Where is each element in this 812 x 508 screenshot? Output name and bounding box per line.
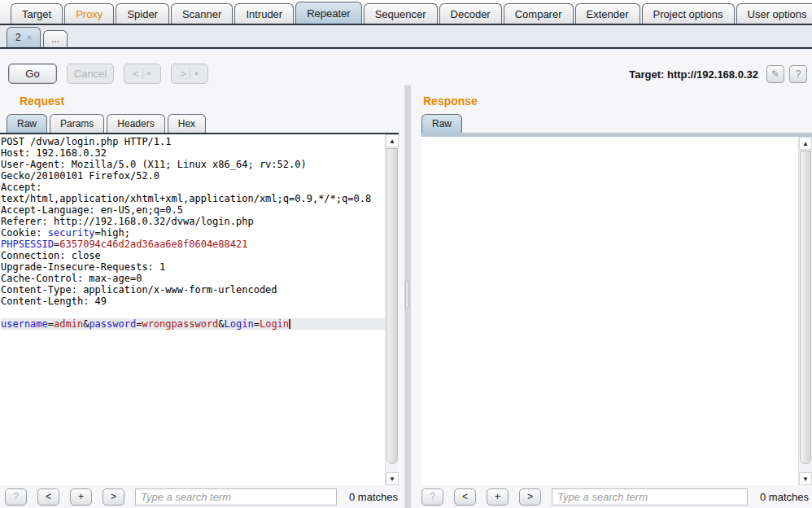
main-tab-target[interactable]: Target xyxy=(11,3,63,24)
request-tab-params[interactable]: Params xyxy=(50,114,104,133)
request-raw-text[interactable]: POST /dvwa/login.php HTTP/1.1Host: 192.1… xyxy=(0,134,385,485)
main-tab-scanner[interactable]: Scanner xyxy=(171,3,233,24)
main-tab-intruder[interactable]: Intruder xyxy=(234,3,294,24)
search-help-button[interactable]: ? xyxy=(421,488,443,506)
help-icon: ? xyxy=(796,68,801,80)
cancel-button[interactable]: Cancel xyxy=(67,64,114,84)
next-label: > xyxy=(180,68,186,80)
request-line: Connection: close xyxy=(1,250,385,261)
response-raw-text[interactable] xyxy=(421,137,798,485)
main-tab-user-options[interactable]: User options xyxy=(736,3,812,24)
prev-label: < xyxy=(133,68,139,80)
repeater-tab-bar: 2 × ... xyxy=(0,25,812,49)
divider xyxy=(190,69,190,79)
split-panes: Request RawParamsHeadersHex POST /dvwa/l… xyxy=(0,85,812,508)
search-next-button[interactable]: > xyxy=(103,488,124,506)
search-options-button[interactable]: + xyxy=(487,488,509,506)
main-tab-project-options[interactable]: Project options xyxy=(642,3,735,24)
request-line: Cache-Control: max-age=0 xyxy=(1,273,385,284)
pane-divider[interactable] xyxy=(404,85,411,508)
up-arrow-icon: ▲ xyxy=(802,140,809,147)
search-input[interactable] xyxy=(135,488,337,506)
match-count: 0 matches xyxy=(347,491,398,503)
request-line: Cookie: security=high; xyxy=(1,227,385,239)
chevron-down-icon: ▼ xyxy=(146,71,152,77)
main-tab-extender[interactable]: Extender xyxy=(575,3,640,24)
repeater-tab-2[interactable]: 2 × xyxy=(7,27,41,47)
response-search-bar: ? < + > 0 matches xyxy=(421,485,809,508)
down-arrow-icon: ▼ xyxy=(802,475,809,483)
scroll-down-button[interactable]: ▼ xyxy=(799,472,812,485)
request-search-bar: ? < + > 0 matches xyxy=(5,485,398,508)
request-line: Content-Length: 49 xyxy=(1,296,385,307)
main-tab-sequencer[interactable]: Sequencer xyxy=(364,3,438,24)
scroll-thumb[interactable] xyxy=(386,148,398,464)
text-caret xyxy=(289,319,290,329)
request-editor[interactable]: POST /dvwa/login.php HTTP/1.1Host: 192.1… xyxy=(0,133,399,485)
search-next-button[interactable]: > xyxy=(519,488,541,506)
request-view-tabs: RawParamsHeadersHex xyxy=(0,113,404,133)
main-tab-proxy[interactable]: Proxy xyxy=(64,3,114,24)
search-prev-button[interactable]: < xyxy=(454,488,476,506)
request-title: Request xyxy=(20,94,64,107)
repeater-toolbar: Go Cancel < ▼ > ▼ Target: http://192.168… xyxy=(0,49,812,85)
repeater-tab-overflow[interactable]: ... xyxy=(43,30,68,47)
repeater-tab-label: 2 xyxy=(15,32,21,43)
target-area: Target: http://192.168.0.32 ✎ ? xyxy=(629,65,807,83)
response-tab-raw[interactable]: Raw xyxy=(421,114,462,133)
divider xyxy=(142,69,143,79)
match-count: 0 matches xyxy=(758,491,809,503)
request-tab-raw[interactable]: Raw xyxy=(7,114,47,133)
response-view-tabs: Raw xyxy=(411,113,812,133)
request-line: Gecko/20100101 Firefox/52.0 xyxy=(1,170,385,182)
response-title: Response xyxy=(423,94,478,107)
burp-repeater-window: TargetProxySpiderScannerIntruderRepeater… xyxy=(0,0,812,508)
next-request-button[interactable]: > ▼ xyxy=(171,64,208,84)
down-arrow-icon: ▼ xyxy=(389,475,395,483)
scroll-down-button[interactable]: ▼ xyxy=(386,472,399,485)
search-options-button[interactable]: + xyxy=(70,488,92,506)
request-line: Accept-Language: en-US,en;q=0.5 xyxy=(1,204,385,216)
prev-request-button[interactable]: < ▼ xyxy=(124,64,161,84)
scroll-up-button[interactable]: ▲ xyxy=(799,137,812,150)
request-line: Upgrade-Insecure-Requests: 1 xyxy=(1,261,385,273)
request-line: User-Agent: Mozilla/5.0 (X11; Linux x86_… xyxy=(1,159,385,170)
request-panel: Request RawParamsHeadersHex POST /dvwa/l… xyxy=(0,85,404,508)
up-arrow-icon: ▲ xyxy=(389,138,395,145)
response-scrollbar[interactable]: ▲ ▼ xyxy=(798,137,812,485)
close-icon[interactable]: × xyxy=(27,33,32,42)
main-tab-comparer[interactable]: Comparer xyxy=(504,3,574,24)
search-prev-button[interactable]: < xyxy=(37,488,59,506)
request-tab-hex[interactable]: Hex xyxy=(168,114,206,133)
search-help-button[interactable]: ? xyxy=(5,488,27,506)
request-line: Referer: http://192.168.0.32/dvwa/login.… xyxy=(1,216,385,227)
response-editor[interactable]: ▲ ▼ xyxy=(421,133,812,485)
help-button[interactable]: ? xyxy=(789,65,807,83)
request-line: POST /dvwa/login.php HTTP/1.1 xyxy=(1,136,385,147)
go-button[interactable]: Go xyxy=(8,64,57,84)
pencil-icon: ✎ xyxy=(771,68,779,80)
request-line: Content-Type: application/x-www-form-url… xyxy=(1,284,385,296)
request-line: Host: 192.168.0.32 xyxy=(1,147,385,159)
main-tab-decoder[interactable]: Decoder xyxy=(439,3,502,24)
request-line: text/html,application/xhtml+xml,applicat… xyxy=(1,193,385,204)
target-value: http://192.168.0.32 xyxy=(667,68,758,81)
main-tab-spider[interactable]: Spider xyxy=(116,3,169,24)
scroll-thumb[interactable] xyxy=(800,151,811,464)
main-tab-repeater[interactable]: Repeater xyxy=(295,2,361,24)
request-line xyxy=(1,307,385,318)
request-line: username=admin&password=wrongpassword&Lo… xyxy=(1,318,385,330)
response-panel: Response Raw ▲ ▼ ? < + > 0 matches xyxy=(411,85,812,508)
edit-target-button[interactable]: ✎ xyxy=(766,65,784,83)
request-line: Accept: xyxy=(1,182,385,193)
scroll-up-button[interactable]: ▲ xyxy=(386,134,399,147)
request-line: PHPSESSID=6357094c46d2ad36aa6e8f0604e884… xyxy=(1,239,385,250)
chevron-down-icon: ▼ xyxy=(194,71,199,77)
search-input[interactable] xyxy=(552,488,748,506)
main-tab-bar: TargetProxySpiderScannerIntruderRepeater… xyxy=(0,0,812,25)
request-tab-headers[interactable]: Headers xyxy=(107,114,164,133)
toolbar-buttons: Go Cancel < ▼ > ▼ xyxy=(8,64,208,84)
divider-grip-handle[interactable] xyxy=(405,281,409,309)
target-label: Target: http://192.168.0.32 xyxy=(629,68,758,81)
request-scrollbar[interactable]: ▲ ▼ xyxy=(385,134,399,485)
